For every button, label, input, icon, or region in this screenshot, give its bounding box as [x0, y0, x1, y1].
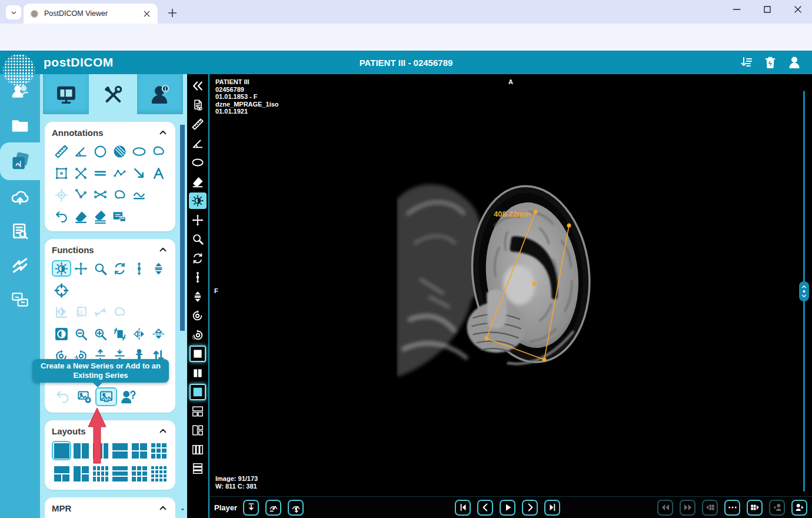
circle-button[interactable]: [91, 143, 110, 160]
collapse-functions-icon[interactable]: [158, 244, 168, 255]
layout-option-3x3-wide[interactable]: [129, 464, 149, 483]
player-speed-plus-button[interactable]: [288, 500, 304, 516]
erase-all-button[interactable]: [91, 208, 110, 225]
localizer-button[interactable]: [52, 282, 71, 298]
wl-button[interactable]: [52, 260, 71, 277]
browser-tab[interactable]: PostDICOM Viewer: [24, 4, 158, 24]
eraser-button[interactable]: [71, 208, 91, 225]
flip-v-button[interactable]: [149, 326, 168, 342]
player-per-next-button[interactable]: [791, 500, 807, 516]
layout-option-2row[interactable]: [110, 441, 129, 460]
circle-hatched-button[interactable]: [110, 143, 129, 160]
toolbar-pan-button[interactable]: [189, 212, 207, 228]
toolbar-lay-lr-button[interactable]: [189, 422, 207, 439]
create-series-button[interactable]: [95, 387, 117, 406]
stack-button[interactable]: [149, 260, 168, 277]
parallel-button[interactable]: [91, 165, 110, 181]
player-nav-next-button[interactable]: [522, 500, 538, 516]
toolbar-ruler-button[interactable]: [189, 116, 207, 132]
pan-button[interactable]: [71, 260, 91, 277]
window-close-button[interactable]: [792, 4, 804, 15]
toolbar-ellipse-button[interactable]: [189, 154, 207, 171]
layout-option-1x1[interactable]: [52, 441, 71, 460]
recycle-bin-icon[interactable]: [763, 55, 777, 69]
toolbar-rotate-button[interactable]: [189, 250, 207, 267]
layout-option-1left-2right[interactable]: [71, 464, 91, 483]
collapse-layouts-icon[interactable]: [158, 426, 168, 436]
layout-option-3row[interactable]: [110, 464, 129, 483]
layout-option-4x4[interactable]: [149, 464, 168, 483]
scroll-down-icon[interactable]: [180, 507, 185, 512]
player-nav-last-button[interactable]: [544, 500, 560, 516]
toolbar-row3-button[interactable]: [189, 460, 207, 477]
rotate-button[interactable]: [110, 260, 129, 277]
freehand-button[interactable]: [149, 143, 168, 160]
image-viewport[interactable]: PATIENT III 02456789 01.01.1853 - F dzne…: [209, 74, 812, 518]
player-dl-down-button[interactable]: [243, 500, 259, 516]
undo-button[interactable]: [52, 208, 71, 225]
sidebar-item-list-search[interactable]: [0, 214, 40, 248]
toolbar-sq-filled-button[interactable]: [189, 346, 206, 362]
toolbar-zoom-button[interactable]: [189, 231, 207, 247]
panel-scrollbar[interactable]: [180, 122, 185, 512]
minimize-button[interactable]: [731, 4, 743, 15]
angle-open-button[interactable]: [71, 187, 91, 203]
toolbar-sq-filled-button[interactable]: [189, 384, 206, 400]
toolbar-vscroll-button[interactable]: [189, 269, 207, 285]
layout-option-1top-2bottom[interactable]: [52, 464, 71, 483]
sidebar-item-cloud-up[interactable]: [0, 180, 40, 214]
zoom-in-button[interactable]: [91, 326, 110, 342]
player-ser-next-button[interactable]: [680, 500, 695, 516]
ruler-button[interactable]: [52, 143, 71, 160]
player-per-prev-button[interactable]: [769, 500, 785, 516]
player-grid-prev-button[interactable]: [702, 500, 718, 516]
new-tab-button[interactable]: [166, 6, 179, 19]
zoom-button[interactable]: [91, 260, 110, 277]
toolbar-angle-button[interactable]: [189, 135, 207, 152]
collapse-mpr-icon[interactable]: [158, 503, 168, 513]
toolbar-col3-button[interactable]: [189, 441, 207, 458]
toolbar-collapse-left-button[interactable]: [189, 78, 207, 94]
toolbar-wl-button[interactable]: [189, 192, 207, 209]
vscroll-button[interactable]: [129, 260, 149, 277]
maximize-button[interactable]: [761, 4, 773, 15]
layout-option-4x3[interactable]: [91, 464, 110, 483]
player-speed-minus-button[interactable]: [265, 500, 281, 516]
player-nav-prev-button[interactable]: [477, 500, 493, 516]
sort-descending-icon[interactable]: [739, 55, 753, 69]
text-a-button[interactable]: [149, 165, 168, 181]
person-q-button[interactable]: [117, 387, 139, 406]
zoom-out-button[interactable]: [71, 326, 91, 342]
flip-page-button[interactable]: [110, 326, 129, 342]
player-nav-play-button[interactable]: [500, 500, 515, 516]
toolbar-rotate-ccw-button[interactable]: [189, 327, 207, 343]
layout-option-2x2[interactable]: [129, 441, 149, 460]
sidebar-item-photos[interactable]: [0, 142, 40, 180]
spline-button[interactable]: [129, 187, 149, 203]
layout-option-3x3[interactable]: [149, 441, 168, 460]
toolbar-report-button[interactable]: [189, 97, 207, 114]
arrow-button[interactable]: [129, 165, 149, 181]
player-ser-prev-button[interactable]: [657, 500, 673, 516]
sidebar-item-folder[interactable]: [0, 108, 40, 142]
user-icon[interactable]: [787, 55, 801, 69]
toolbar-col2-filled-button[interactable]: [189, 365, 207, 381]
panel-tab-tools[interactable]: [90, 74, 136, 114]
panel-tab-person[interactable]: [137, 74, 183, 114]
player-dots3-button[interactable]: [724, 500, 740, 516]
toolbar-stack-button[interactable]: [189, 288, 207, 305]
player-grid-next-button[interactable]: [747, 500, 763, 516]
collapse-annotations-icon[interactable]: [158, 127, 168, 138]
tab-close-icon[interactable]: [142, 9, 152, 19]
image-scroll-handle[interactable]: [799, 281, 809, 301]
angle-button[interactable]: [71, 143, 91, 160]
blob-button[interactable]: [110, 187, 129, 203]
save-note-button[interactable]: [110, 208, 129, 225]
sidebar-item-share-screens[interactable]: [0, 283, 40, 317]
toolbar-rotate-cw-button[interactable]: [189, 307, 207, 324]
panel-tab-monitor[interactable]: [43, 74, 89, 114]
tab-search-button[interactable]: [6, 5, 21, 19]
export-img-button[interactable]: [74, 387, 95, 406]
invert-button[interactable]: [52, 326, 71, 342]
flip-h-button[interactable]: [129, 326, 149, 342]
